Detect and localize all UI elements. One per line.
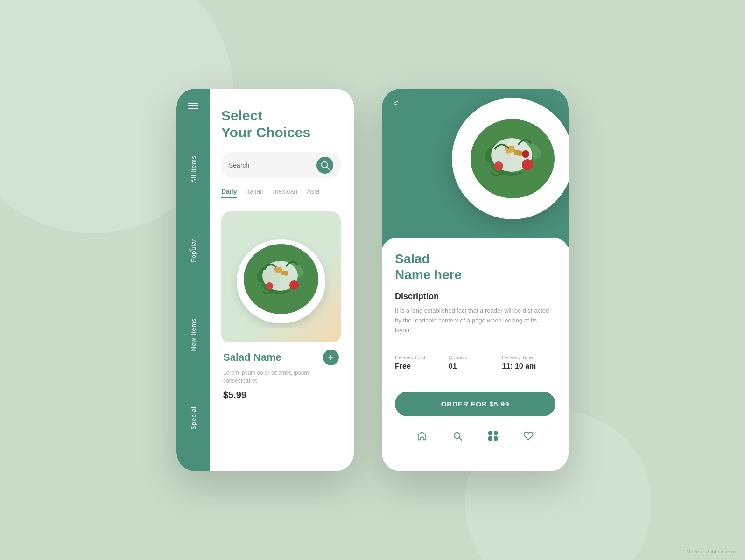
divider-2 [395, 380, 555, 380]
back-button[interactable]: < [393, 98, 399, 109]
svg-point-23 [494, 161, 503, 171]
bottom-nav [395, 426, 555, 455]
food-name: Salad Name [223, 351, 281, 364]
quantity-value: 01 [449, 362, 502, 371]
search-button[interactable] [316, 157, 333, 174]
sidebar-item-new-items[interactable]: New Items [190, 314, 197, 356]
description-text: It is a long established fact that a rea… [395, 306, 555, 335]
hamburger-menu[interactable] [188, 103, 198, 109]
search-icon [452, 431, 463, 441]
page-title: Select Your Choices [221, 107, 341, 141]
detail-header: < [382, 89, 569, 247]
phone-1-main: Select Your Choices Daily Italian mexica… [210, 89, 354, 471]
sidebar-item-special[interactable]: Special [190, 402, 197, 434]
heart-icon [523, 431, 534, 441]
food-description: Lorem ipsum dolor sit amet, ipsum consec… [223, 369, 339, 385]
detail-plate [452, 98, 569, 219]
home-icon [417, 431, 427, 441]
svg-point-11 [289, 280, 299, 290]
detail-food-name: Salad Name here [395, 251, 555, 282]
grid-icon [488, 431, 498, 441]
search-input[interactable] [229, 161, 313, 169]
svg-point-24 [522, 150, 529, 158]
sidebar-item-all-items[interactable]: All Items [190, 151, 197, 188]
food-name-row: Salad Name + [223, 350, 339, 365]
tab-italian[interactable]: Italian [246, 188, 263, 198]
delivery-cost-value: Free [395, 362, 449, 371]
detail-body: Salad Name here Discription It is a long… [382, 238, 569, 471]
phone-1: All Items Popular New Items Special Sele… [176, 89, 354, 471]
nav-grid[interactable] [483, 426, 503, 446]
category-tabs: Daily Italian mexican Asia [221, 188, 341, 202]
tab-mexican[interactable]: mexican [273, 188, 297, 198]
food-info: Salad Name + Lorem ipsum dolor sit amet,… [221, 342, 341, 400]
detail-salad-illustration [457, 103, 569, 215]
svg-line-1 [327, 167, 329, 169]
search-icon [320, 160, 330, 170]
description-title: Discription [395, 292, 555, 301]
nav-favorites[interactable] [518, 426, 539, 446]
sidebar-item-popular[interactable]: Popular [190, 234, 197, 267]
meta-quantity: Quantity 01 [449, 355, 502, 371]
phone-2: < [382, 89, 569, 471]
food-price: $5.99 [223, 390, 246, 400]
screens-container: All Items Popular New Items Special Sele… [176, 89, 569, 471]
tab-asian[interactable]: Asia [307, 188, 319, 198]
divider-1 [395, 345, 555, 345]
nav-search[interactable] [447, 426, 468, 446]
food-image [221, 211, 341, 342]
quantity-label: Quantity [449, 355, 502, 360]
add-to-cart-button[interactable]: + [323, 350, 339, 365]
sidebar: All Items Popular New Items Special [176, 89, 210, 471]
meta-delivery-time: Delivery Time 11: 10 am [502, 355, 555, 371]
delivery-time-value: 11: 10 am [502, 362, 555, 371]
search-bar [221, 152, 341, 178]
svg-point-22 [522, 159, 533, 170]
meta-delivery-cost: Delivery Cost Free [395, 355, 449, 371]
salad-illustration [230, 225, 332, 328]
food-card: Salad Name + Lorem ipsum dolor sit amet,… [221, 211, 341, 457]
svg-line-26 [459, 438, 462, 440]
sidebar-nav: All Items Popular New Items Special [176, 128, 210, 457]
detail-meta: Delivery Cost Free Quantity 01 Delivery … [395, 355, 555, 371]
tab-daily[interactable]: Daily [221, 188, 237, 198]
svg-point-12 [266, 282, 273, 290]
order-button[interactable]: ORDER FOR $5.99 [395, 392, 555, 416]
detail-plate-wrapper [452, 98, 569, 219]
watermark: Made at dribbble.com [686, 549, 736, 554]
nav-home[interactable] [412, 426, 432, 446]
delivery-cost-label: Delivery Cost [395, 355, 449, 360]
delivery-time-label: Delivery Time [502, 355, 555, 360]
